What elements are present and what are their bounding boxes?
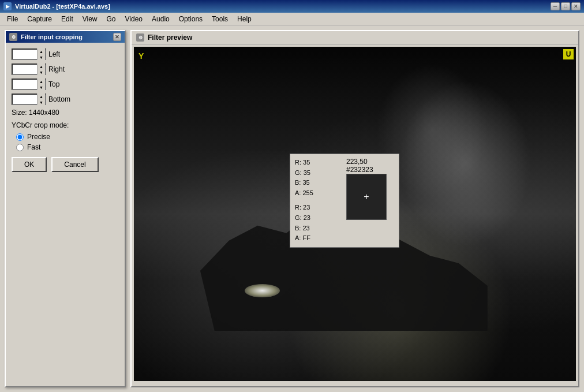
bottom-label: Bottom: [48, 95, 77, 103]
dialog-titlebar: ⚙ Filter input cropping ✕: [6, 31, 125, 43]
window-controls: ─ □ ✕: [551, 2, 581, 10]
right-spin-up[interactable]: ▲: [38, 64, 45, 69]
menu-file[interactable]: File: [2, 14, 23, 24]
u-channel-badge: U: [563, 49, 574, 59]
video-frame: Y U R: 35 G: 35 B: 35 A: 255 R: 23 G: 23…: [134, 47, 576, 381]
light-spot: [245, 284, 280, 297]
menu-options[interactable]: Options: [174, 14, 207, 24]
fast-radio-row: Fast: [16, 143, 119, 151]
bottom-input[interactable]: 0: [13, 95, 37, 103]
top-spin-up[interactable]: ▲: [38, 79, 45, 84]
right-arrows: ▲ ▼: [37, 64, 45, 75]
right-spin-down[interactable]: ▼: [38, 69, 45, 75]
crop-bottom-row: 0 ▲ ▼ Bottom: [12, 94, 119, 105]
fast-label: Fast: [27, 143, 40, 151]
bottom-spin-down[interactable]: ▼: [38, 99, 45, 105]
top-spin-down[interactable]: ▼: [38, 84, 45, 90]
main-content: ⚙ Filter input cropping ✕ 0 ▲ ▼ Left 0: [0, 25, 584, 392]
app-icon: ▶: [3, 2, 12, 10]
dialog-icon: ⚙: [9, 33, 17, 41]
color-info-left: R: 35 G: 35 B: 35 A: 255 R: 23 G: 23 B: …: [295, 158, 343, 244]
menu-audio[interactable]: Audio: [147, 14, 174, 24]
menu-go[interactable]: Go: [102, 14, 121, 24]
color-tooltip: R: 35 G: 35 B: 35 A: 255 R: 23 G: 23 B: …: [290, 154, 399, 248]
window-title: VirtualDub2 - [testXP4a.avi.avs]: [15, 3, 547, 10]
y-channel-label: Y: [138, 51, 144, 61]
cancel-button[interactable]: Cancel: [51, 157, 98, 172]
color-r1: R: 35: [295, 158, 343, 168]
bottom-spinbox[interactable]: 0 ▲ ▼: [12, 94, 46, 105]
left-arrows: ▲ ▼: [37, 48, 45, 60]
left-spin-up[interactable]: ▲: [38, 48, 45, 54]
preview-icon: ⚙: [136, 33, 144, 42]
dialog-buttons: OK Cancel: [12, 157, 119, 172]
maximize-button[interactable]: □: [561, 2, 570, 10]
right-input[interactable]: 0: [13, 65, 37, 73]
bottom-arrows: ▲ ▼: [37, 94, 45, 105]
color-swatch: +: [346, 174, 387, 220]
color-r2: R: 23: [295, 203, 343, 213]
top-spinbox[interactable]: 0 ▲ ▼: [12, 79, 46, 90]
color-coord: 223,50: [346, 158, 394, 166]
crop-right-row: 0 ▲ ▼ Right: [12, 64, 119, 75]
ycbcr-label: YCbCr crop mode:: [12, 121, 119, 129]
color-b2: B: 23: [295, 223, 343, 234]
menu-video[interactable]: Video: [121, 14, 147, 24]
color-a2: A: FF: [295, 233, 343, 244]
crosshair-icon: +: [364, 192, 369, 202]
radio-group: Precise Fast: [16, 133, 119, 151]
color-a1: A: 255: [295, 188, 343, 199]
preview-title: Filter preview: [148, 33, 192, 42]
close-window-button[interactable]: ✕: [571, 2, 581, 10]
precise-radio[interactable]: [16, 133, 24, 141]
color-g1: G: 35: [295, 168, 343, 178]
left-spinbox[interactable]: 0 ▲ ▼: [12, 48, 46, 60]
menu-help[interactable]: Help: [233, 14, 256, 24]
color-info-right: 223,50 #232323 +: [346, 158, 394, 244]
dialog-title: Filter input cropping: [21, 33, 110, 40]
preview-titlebar: ⚙ Filter preview: [132, 31, 578, 44]
precise-label: Precise: [27, 133, 50, 141]
filter-preview-panel: ⚙ Filter preview Y U R: 35 G: 35: [130, 30, 579, 387]
menu-view[interactable]: View: [78, 14, 102, 24]
left-spin-down[interactable]: ▼: [38, 54, 45, 60]
left-label: Left: [48, 50, 77, 58]
color-g2: G: 23: [295, 213, 343, 223]
menu-capture[interactable]: Capture: [23, 14, 57, 24]
fast-radio[interactable]: [16, 144, 24, 151]
menu-bar: File Capture Edit View Go Video Audio Op…: [0, 13, 584, 25]
precise-radio-row: Precise: [16, 133, 119, 141]
ok-button[interactable]: OK: [12, 157, 47, 172]
top-arrows: ▲ ▼: [37, 79, 45, 90]
top-input[interactable]: 0: [13, 80, 37, 88]
crop-left-row: 0 ▲ ▼ Left: [12, 48, 119, 60]
top-label: Top: [48, 80, 77, 88]
minimize-button[interactable]: ─: [551, 2, 560, 10]
size-display: Size: 1440x480: [12, 109, 119, 117]
dialog-body: 0 ▲ ▼ Left 0 ▲ ▼ Right: [6, 43, 125, 178]
bottom-spin-up[interactable]: ▲: [38, 94, 45, 99]
filter-dialog: ⚙ Filter input cropping ✕ 0 ▲ ▼ Left 0: [5, 30, 126, 387]
color-hex: #232323: [346, 166, 394, 174]
crop-top-row: 0 ▲ ▼ Top: [12, 79, 119, 90]
menu-tools[interactable]: Tools: [207, 14, 233, 24]
right-label: Right: [48, 65, 77, 73]
title-bar: ▶ VirtualDub2 - [testXP4a.avi.avs] ─ □ ✕: [0, 0, 584, 13]
preview-content[interactable]: Y U R: 35 G: 35 B: 35 A: 255 R: 23 G: 23…: [134, 47, 576, 381]
color-b1: B: 35: [295, 178, 343, 188]
right-spinbox[interactable]: 0 ▲ ▼: [12, 64, 46, 75]
menu-edit[interactable]: Edit: [57, 14, 78, 24]
left-input[interactable]: 0: [13, 50, 37, 58]
dialog-close-button[interactable]: ✕: [113, 33, 121, 41]
